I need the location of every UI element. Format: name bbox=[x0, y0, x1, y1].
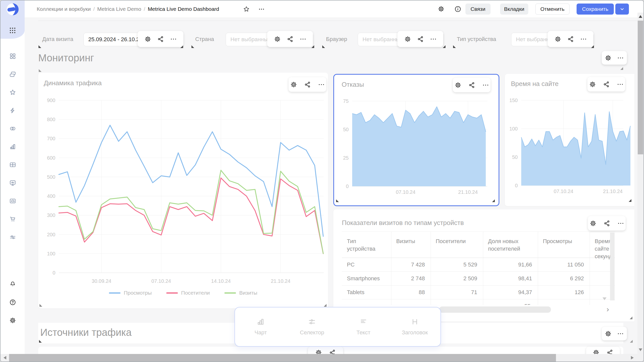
sidebar-item-lightning-icon[interactable] bbox=[9, 107, 16, 114]
resize-handle[interactable] bbox=[629, 199, 631, 202]
share-icon[interactable] bbox=[567, 36, 574, 42]
ellipsis-icon[interactable] bbox=[430, 36, 437, 42]
sidebar-help-icon[interactable] bbox=[9, 299, 16, 306]
sidebar-item-cart-icon[interactable] bbox=[9, 216, 16, 222]
more-menu-icon[interactable] bbox=[258, 6, 265, 13]
toolbar-add-text[interactable]: Текст bbox=[338, 307, 389, 346]
ellipsis-icon[interactable] bbox=[617, 330, 624, 337]
save-dropdown-button[interactable] bbox=[615, 4, 629, 15]
sidebar-item-grid-icon[interactable] bbox=[9, 53, 16, 60]
sidebar-item-bar-chart-icon[interactable] bbox=[9, 143, 16, 150]
scroll-right-arrow[interactable] bbox=[631, 356, 634, 359]
sidebar-item-folders-icon[interactable] bbox=[9, 71, 16, 78]
gear-icon[interactable] bbox=[605, 55, 612, 61]
toolbar-add-chart[interactable]: Чарт bbox=[235, 307, 286, 346]
ellipsis-icon[interactable] bbox=[170, 36, 177, 42]
sidebar-item-rings-icon[interactable] bbox=[9, 125, 16, 132]
share-icon[interactable] bbox=[304, 81, 311, 88]
gear-icon[interactable] bbox=[554, 36, 561, 42]
horizontal-scroll-thumb[interactable] bbox=[9, 354, 556, 361]
table-horizontal-scrollbar[interactable] bbox=[439, 306, 551, 313]
resize-handle[interactable] bbox=[39, 340, 42, 343]
resize-handle[interactable] bbox=[39, 69, 42, 72]
resize-handle[interactable] bbox=[453, 45, 456, 48]
breadcrumb-item[interactable]: Metrica Live Demo bbox=[97, 6, 141, 12]
table-header-cell[interactable]: Типустройства bbox=[347, 238, 375, 253]
sidebar-item-sliders-icon[interactable] bbox=[9, 234, 16, 241]
chart-card-bounce-selected[interactable]: Отказы 755025007.10.2421.10.24 bbox=[333, 74, 499, 206]
table-vertical-scrollbar[interactable] bbox=[610, 233, 615, 300]
resize-handle[interactable] bbox=[492, 199, 495, 202]
vertical-scrollbar[interactable] bbox=[637, 13, 643, 361]
ellipsis-icon[interactable] bbox=[617, 55, 624, 61]
scroll-up-arrow[interactable] bbox=[639, 15, 642, 18]
table-scroll-down-icon[interactable] bbox=[602, 297, 607, 300]
sidebar-item-folder-cloud-icon[interactable] bbox=[9, 198, 16, 204]
ellipsis-icon[interactable] bbox=[617, 220, 624, 227]
sidebar-gear-icon[interactable] bbox=[9, 317, 16, 324]
share-icon[interactable] bbox=[603, 81, 610, 88]
scroll-down-arrow[interactable] bbox=[639, 348, 642, 351]
gear-icon[interactable] bbox=[274, 36, 281, 42]
resize-handle[interactable] bbox=[336, 199, 339, 202]
filter-label: Браузер bbox=[326, 36, 347, 42]
resize-handle[interactable] bbox=[630, 316, 632, 319]
sidebar-item-table-icon[interactable] bbox=[9, 161, 16, 168]
legend-item[interactable]: Посетители bbox=[166, 290, 210, 296]
gear-icon[interactable] bbox=[605, 330, 612, 337]
gear-icon[interactable] bbox=[290, 81, 297, 88]
horizontal-scrollbar[interactable] bbox=[1, 354, 637, 361]
table-header-cell[interactable]: Доля новыхпосетителей bbox=[488, 238, 520, 253]
scroll-left-arrow[interactable] bbox=[4, 356, 6, 359]
resize-handle[interactable] bbox=[39, 304, 42, 307]
share-icon[interactable] bbox=[157, 36, 164, 42]
table-card-devices[interactable]: Показатели визитов по типам устройств Ти… bbox=[333, 209, 634, 322]
breadcrumb-item[interactable]: Коллекции и воркбуки bbox=[37, 6, 91, 12]
datalens-logo[interactable] bbox=[6, 3, 19, 16]
chart-card-traffic[interactable]: Динамика трафика 90080070060050040030020… bbox=[38, 73, 328, 308]
vertical-scroll-thumb[interactable] bbox=[638, 21, 643, 154]
resize-handle[interactable] bbox=[324, 304, 327, 307]
table-scroll-right-arrow[interactable]: › bbox=[607, 305, 609, 313]
links-button[interactable]: Связи bbox=[465, 4, 491, 15]
ellipsis-icon[interactable] bbox=[318, 81, 325, 88]
cancel-button[interactable]: Отменить bbox=[535, 4, 570, 15]
share-icon[interactable] bbox=[603, 220, 610, 227]
toolbar-add-selector[interactable]: Селектор bbox=[286, 307, 338, 346]
legend-item[interactable]: Просмотры bbox=[109, 290, 152, 296]
gear-icon[interactable] bbox=[438, 6, 445, 12]
table-header-cell[interactable]: Посетители bbox=[436, 238, 466, 245]
ellipsis-icon[interactable] bbox=[580, 36, 587, 42]
ellipsis-icon[interactable] bbox=[617, 81, 624, 88]
share-icon[interactable] bbox=[417, 36, 424, 42]
table-header-cell[interactable]: Просмотры bbox=[543, 238, 572, 245]
chart-card-time-on-site[interactable]: Время на сайте 15010050007.10.2421.10.24 bbox=[505, 74, 634, 206]
resize-handle[interactable] bbox=[38, 45, 41, 48]
sidebar-item-star-icon[interactable] bbox=[9, 89, 16, 96]
resize-handle[interactable] bbox=[191, 45, 194, 48]
table-header-cell[interactable]: Визиты bbox=[396, 238, 415, 245]
ellipsis-icon[interactable] bbox=[482, 82, 489, 88]
toolbar-add-heading[interactable]: Заголовок bbox=[389, 307, 440, 346]
sidebar-item-monitor-icon[interactable] bbox=[9, 179, 16, 186]
ellipsis-icon[interactable] bbox=[300, 36, 306, 42]
resize-handle[interactable] bbox=[620, 67, 623, 70]
legend-item[interactable]: Визиты bbox=[224, 290, 257, 296]
gear-icon[interactable] bbox=[589, 81, 596, 88]
info-icon[interactable] bbox=[454, 6, 461, 13]
sidebar-bell-icon[interactable] bbox=[9, 281, 16, 288]
gear-icon[interactable] bbox=[455, 82, 461, 88]
resize-handle[interactable] bbox=[630, 340, 633, 343]
share-icon[interactable] bbox=[468, 82, 475, 88]
svg-text:100: 100 bbox=[509, 126, 518, 131]
save-button[interactable]: Сохранить bbox=[577, 4, 614, 15]
apps-grid-icon[interactable] bbox=[9, 27, 16, 34]
gear-icon[interactable] bbox=[404, 36, 411, 42]
tabs-button[interactable]: Вкладки bbox=[500, 4, 528, 15]
resize-handle[interactable] bbox=[322, 45, 325, 48]
gear-icon[interactable] bbox=[590, 220, 596, 227]
gear-icon[interactable] bbox=[144, 36, 151, 42]
resize-handle[interactable] bbox=[443, 45, 446, 48]
star-icon[interactable] bbox=[243, 6, 250, 13]
share-icon[interactable] bbox=[287, 36, 294, 42]
